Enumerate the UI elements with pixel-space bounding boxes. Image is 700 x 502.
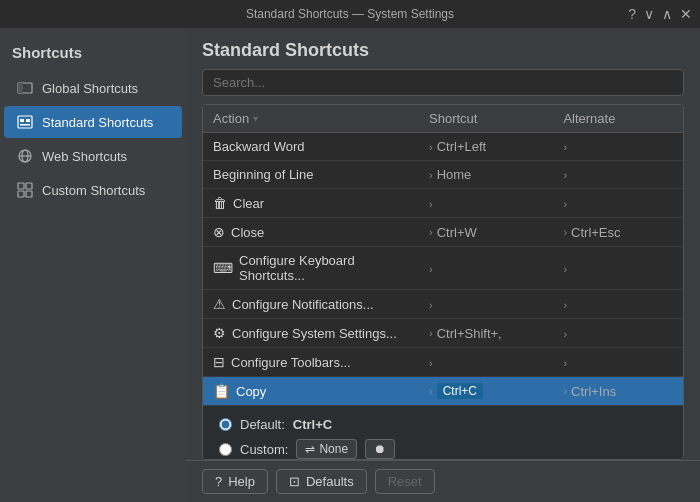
none-button[interactable]: ⇌ None [296, 439, 357, 459]
alt-arrow-icon: › [563, 357, 567, 369]
alternate-cell: › [553, 348, 683, 377]
shortcut-text: Home [437, 167, 472, 182]
svg-rect-5 [20, 124, 30, 126]
minimize-icon[interactable]: ∨ [644, 6, 654, 22]
shortcut-cell: › [419, 290, 553, 319]
alternate-cell: ›Ctrl+Ins [553, 377, 683, 406]
shortcut-cell: › [419, 348, 553, 377]
action-label: Copy [236, 384, 266, 399]
table-header-row: Action ▾ Shortcut Alternate [203, 105, 683, 133]
shortcut-cell: ›Home [419, 161, 553, 189]
action-label: Clear [233, 196, 264, 211]
table-row[interactable]: Beginning of Line›Home› [203, 161, 683, 189]
help-button[interactable]: ? Help [202, 469, 268, 494]
help-btn-label: Help [228, 474, 255, 489]
alt-arrow-icon: › [563, 299, 567, 311]
arrow-icon: › [429, 169, 433, 181]
shortcut-cell: ›Ctrl+W [419, 218, 553, 247]
shortcut-cell: ›Ctrl+Left [419, 133, 553, 161]
shortcut-text: Ctrl+Shift+, [437, 326, 502, 341]
action-cell: ⚠Configure Notifications... [203, 290, 419, 319]
table-row[interactable]: 🗑Clear›› [203, 189, 683, 218]
footer: ? Help ⊡ Defaults Reset [186, 460, 700, 502]
alt-arrow-icon: › [563, 169, 567, 181]
standard-icon [16, 113, 34, 131]
sidebar-title: Shortcuts [0, 36, 186, 71]
default-label: Default: [240, 417, 285, 432]
table-row[interactable]: 📋Copy›Ctrl+C›Ctrl+Ins [203, 377, 683, 406]
svg-rect-4 [26, 119, 30, 122]
shortcut-cell: › [419, 247, 553, 290]
custom-shortcuts-label: Custom Shortcuts [42, 183, 145, 198]
help-icon[interactable]: ? [628, 6, 636, 22]
help-btn-icon: ? [215, 474, 222, 489]
close-icon[interactable]: ✕ [680, 6, 692, 22]
table-row[interactable]: ⚙Configure System Settings...›Ctrl+Shift… [203, 319, 683, 348]
default-value: Ctrl+C [293, 417, 332, 432]
expanded-content: Default: Ctrl+C Custom: ⇌ None ⏺ [203, 406, 683, 461]
svg-rect-3 [20, 119, 24, 122]
reset-btn-label: Reset [388, 474, 422, 489]
sidebar-item-standard[interactable]: Standard Shortcuts [4, 106, 182, 138]
action-cell: ⊗Close [203, 218, 419, 247]
maximize-icon[interactable]: ∧ [662, 6, 672, 22]
action-label: Configure Toolbars... [231, 355, 351, 370]
action-cell: ⊟Configure Toolbars... [203, 348, 419, 377]
arrow-icon: › [429, 141, 433, 153]
svg-rect-2 [18, 116, 32, 128]
custom-radio[interactable] [219, 443, 232, 456]
titlebar: Standard Shortcuts — System Settings ? ∨… [0, 0, 700, 28]
table-row[interactable]: Backward Word›Ctrl+Left› [203, 133, 683, 161]
record-button[interactable]: ⏺ [365, 439, 395, 459]
content-area: Standard Shortcuts Action ▾ [186, 28, 700, 502]
table-row[interactable]: ⊗Close›Ctrl+W›Ctrl+Esc [203, 218, 683, 247]
svg-rect-9 [18, 183, 24, 189]
defaults-button[interactable]: ⊡ Defaults [276, 469, 367, 494]
arrow-icon: › [429, 385, 433, 397]
action-icon: 🗑 [213, 195, 227, 211]
shortcut-text: Ctrl+W [437, 225, 477, 240]
alt-arrow-icon: › [563, 263, 567, 275]
alt-arrow-icon: › [563, 198, 567, 210]
svg-rect-1 [18, 83, 23, 93]
sidebar-item-web[interactable]: Web Shortcuts [4, 140, 182, 172]
page-title: Standard Shortcuts [202, 40, 684, 61]
alt-arrow-icon: › [563, 226, 567, 238]
alt-arrow-icon: › [563, 328, 567, 340]
action-label: Beginning of Line [213, 167, 313, 182]
table-row[interactable]: ⌨Configure Keyboard Shortcuts...›› [203, 247, 683, 290]
alternate-cell: › [553, 133, 683, 161]
action-cell: ⚙Configure System Settings... [203, 319, 419, 348]
shortcuts-table: Action ▾ Shortcut Alternate [202, 104, 684, 460]
action-icon: ⚠ [213, 296, 226, 312]
action-icon: ⚙ [213, 325, 226, 341]
action-cell: Backward Word [203, 133, 419, 161]
alternate-text: Ctrl+Esc [571, 225, 620, 240]
reset-button[interactable]: Reset [375, 469, 435, 494]
default-radio[interactable] [219, 418, 232, 431]
table-row[interactable]: ⊟Configure Toolbars...›› [203, 348, 683, 377]
alternate-cell: ›Ctrl+Esc [553, 218, 683, 247]
shortcut-text: Ctrl+Left [437, 139, 487, 154]
action-label: Configure Notifications... [232, 297, 374, 312]
sidebar-item-custom[interactable]: Custom Shortcuts [4, 174, 182, 206]
shortcut-cell: ›Ctrl+Shift+, [419, 319, 553, 348]
web-shortcuts-label: Web Shortcuts [42, 149, 127, 164]
main-layout: Shortcuts Global Shortcuts Standard S [0, 28, 700, 502]
action-cell: 📋Copy [203, 377, 419, 406]
custom-radio-row: Custom: ⇌ None ⏺ [219, 439, 667, 459]
alternate-cell: › [553, 189, 683, 218]
svg-rect-10 [26, 183, 32, 189]
titlebar-controls: ? ∨ ∧ ✕ [628, 6, 692, 22]
sidebar-item-global[interactable]: Global Shortcuts [4, 72, 182, 104]
action-icon: ⊟ [213, 354, 225, 370]
action-cell: Beginning of Line [203, 161, 419, 189]
none-btn-label: None [319, 442, 348, 456]
svg-rect-11 [18, 191, 24, 197]
defaults-btn-label: Defaults [306, 474, 354, 489]
shortcut-cell: › [419, 189, 553, 218]
table-row[interactable]: ⚠Configure Notifications...›› [203, 290, 683, 319]
search-input[interactable] [202, 69, 684, 96]
sidebar: Shortcuts Global Shortcuts Standard S [0, 28, 186, 502]
col-alternate: Alternate [553, 105, 683, 133]
